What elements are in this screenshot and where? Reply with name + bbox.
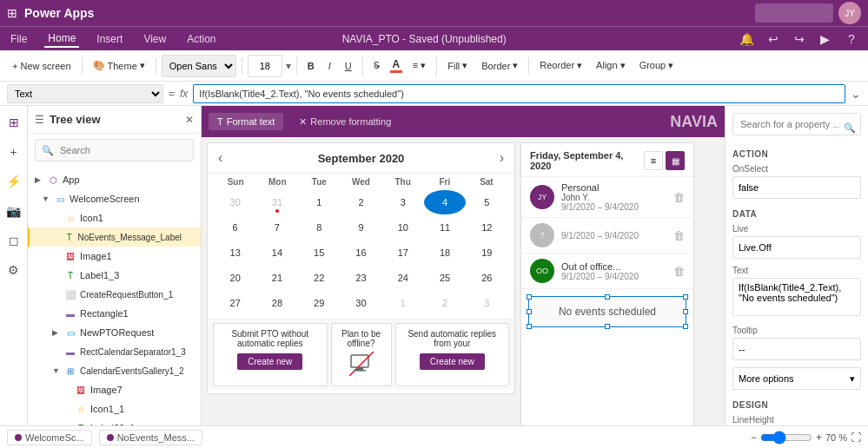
- cal-day[interactable]: 28: [256, 291, 297, 315]
- cal-day[interactable]: 1: [299, 190, 340, 214]
- text-textarea[interactable]: If(IsBlank(Title4_2.Text), "No events sc…: [732, 278, 861, 316]
- cal-day[interactable]: 7: [256, 215, 297, 240]
- cal-day[interactable]: 16: [341, 240, 381, 265]
- cal-day[interactable]: 3: [382, 190, 423, 214]
- handle-bl[interactable]: [527, 324, 532, 329]
- menu-file[interactable]: File: [7, 31, 30, 47]
- screen-tab-2[interactable]: NoEvents_Mess...: [99, 430, 202, 445]
- on-select-input[interactable]: [732, 176, 861, 199]
- menu-insert[interactable]: Insert: [93, 31, 126, 47]
- sidebar-collapse-icon[interactable]: ☰: [35, 114, 44, 126]
- right-search-input[interactable]: [732, 113, 861, 135]
- cal-day[interactable]: 23: [341, 266, 381, 290]
- fill-button[interactable]: Fill▾: [442, 55, 473, 77]
- icon-bar-media[interactable]: 📷: [3, 200, 25, 222]
- remove-formatting-btn[interactable]: ✕Remove formatting: [290, 113, 400, 131]
- cal-day[interactable]: 25: [424, 266, 465, 290]
- font-size-stepper[interactable]: ▾: [286, 60, 291, 72]
- underline-button[interactable]: U: [340, 55, 357, 77]
- handle-tm[interactable]: [605, 294, 610, 300]
- icon-bar-insert[interactable]: +: [3, 141, 25, 163]
- list-view-btn[interactable]: ≡: [644, 151, 663, 170]
- menu-view[interactable]: View: [140, 31, 169, 47]
- handle-tr[interactable]: [683, 294, 688, 300]
- cal-view-btn[interactable]: ▦: [666, 151, 685, 170]
- cal-day[interactable]: 27: [215, 291, 255, 315]
- cal-day[interactable]: 10: [382, 215, 423, 240]
- cal-day[interactable]: 5: [467, 190, 507, 214]
- event-delete-2[interactable]: 🗑: [673, 229, 685, 242]
- help-btn[interactable]: ?: [842, 30, 861, 49]
- zoom-slider[interactable]: [760, 431, 812, 445]
- group-button[interactable]: Group ▾: [634, 55, 679, 77]
- cal-day[interactable]: 21: [256, 266, 297, 290]
- menu-home[interactable]: Home: [44, 30, 79, 48]
- font-size-input[interactable]: [248, 55, 282, 77]
- cal-day[interactable]: 11: [424, 215, 465, 240]
- event-delete-1[interactable]: 🗑: [673, 191, 685, 204]
- menu-action[interactable]: Action: [183, 31, 219, 47]
- cal-day[interactable]: 22: [299, 266, 340, 290]
- tree-item-icon1[interactable]: ☆ Icon1: [28, 208, 201, 227]
- create-new-btn-1[interactable]: Create new: [237, 353, 302, 370]
- reorder-button[interactable]: Reorder ▾: [534, 55, 587, 77]
- cal-day[interactable]: 12: [467, 215, 507, 240]
- theme-button[interactable]: 🎨Theme▾: [88, 55, 150, 77]
- tree-item-image1[interactable]: 🖼 Image1: [28, 247, 201, 266]
- cal-day[interactable]: 3: [467, 291, 507, 315]
- tree-item-label1-3[interactable]: T Label1_3: [28, 266, 201, 285]
- handle-ml[interactable]: [527, 309, 532, 314]
- cal-day[interactable]: 24: [382, 266, 423, 290]
- cal-day[interactable]: 2: [424, 291, 465, 315]
- cal-day[interactable]: 18: [424, 240, 465, 265]
- notification-icon[interactable]: 🔔: [738, 30, 757, 49]
- formula-input[interactable]: [193, 84, 845, 103]
- redo-btn[interactable]: ↪: [790, 30, 809, 49]
- strikethrough-button[interactable]: S̶: [368, 55, 385, 77]
- search-input[interactable]: [35, 139, 194, 161]
- cal-day[interactable]: 31: [256, 190, 297, 214]
- cal-day[interactable]: 26: [467, 266, 507, 290]
- tree-item-app[interactable]: ▶ ⬡ App: [28, 170, 201, 189]
- screen-tab-1[interactable]: WelcomeSc...: [7, 430, 92, 445]
- app-grid-icon[interactable]: ⊞: [7, 6, 17, 20]
- tooltip-input[interactable]: [732, 338, 861, 360]
- tree-item-welcomescreen[interactable]: ▼ ▭ WelcomeScreen: [28, 189, 201, 208]
- play-btn[interactable]: ▶: [816, 30, 835, 49]
- font-select[interactable]: Open Sans: [162, 55, 236, 77]
- cal-day[interactable]: 1: [382, 291, 423, 315]
- tree-item-image7[interactable]: 🖼 Image7: [28, 380, 201, 399]
- icon-bar-settings[interactable]: ⚙: [3, 259, 25, 281]
- tree-item-noevents-label[interactable]: T NoEvents_Message_Label ···: [28, 227, 201, 247]
- align-button[interactable]: ≡ ▾: [407, 55, 431, 77]
- cal-day[interactable]: 13: [215, 240, 255, 265]
- handle-mr[interactable]: [683, 309, 688, 314]
- new-screen-button[interactable]: +New screen: [7, 55, 76, 77]
- cal-day[interactable]: 19: [467, 240, 507, 265]
- live-input[interactable]: [732, 236, 861, 259]
- tree-item-newpto[interactable]: ▶ ▭ NewPTORequest: [28, 323, 201, 342]
- cal-day-today[interactable]: 4: [424, 190, 465, 214]
- property-select[interactable]: Text: [7, 84, 163, 103]
- fullscreen-btn[interactable]: ⛶: [851, 432, 861, 444]
- more-options-btn[interactable]: More options ▾: [732, 367, 861, 390]
- cal-day[interactable]: 14: [256, 240, 297, 265]
- expand-formula-btn[interactable]: ⌄: [851, 87, 861, 101]
- cal-day[interactable]: 30: [341, 291, 381, 315]
- cal-day[interactable]: 20: [215, 266, 255, 290]
- align-pos-button[interactable]: Align ▾: [591, 55, 631, 77]
- cal-day[interactable]: 30: [215, 190, 255, 214]
- icon-bar-home[interactable]: ⊞: [3, 111, 25, 134]
- cal-next-btn[interactable]: ›: [500, 150, 504, 166]
- zoom-in-btn[interactable]: +: [816, 432, 822, 444]
- cal-day[interactable]: 9: [341, 215, 381, 240]
- zoom-out-btn[interactable]: −: [751, 432, 757, 444]
- handle-br[interactable]: [683, 324, 688, 329]
- cal-day[interactable]: 29: [299, 291, 340, 315]
- tree-item-icon1-1[interactable]: ☆ Icon1_1: [28, 399, 201, 418]
- handle-bm[interactable]: [605, 324, 610, 329]
- tree-item-rectsep[interactable]: ▬ RectCalendarSeparator1_3: [28, 342, 201, 361]
- cal-day[interactable]: 15: [299, 240, 340, 265]
- bold-button[interactable]: B: [302, 55, 320, 77]
- cal-day[interactable]: 6: [215, 215, 255, 240]
